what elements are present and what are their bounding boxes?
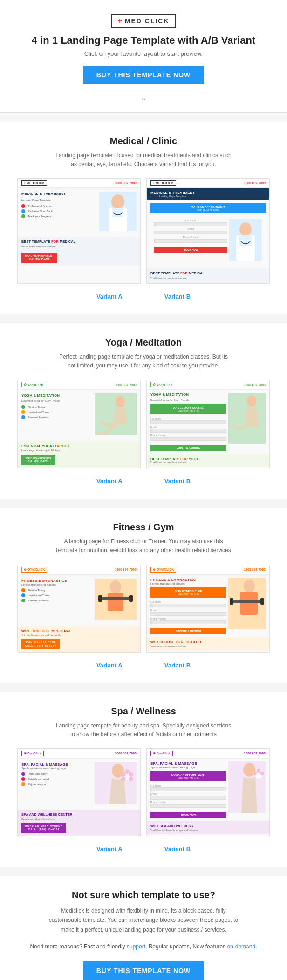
yoga-a-bottom: ESSENTIAL YOGA FOR YOU Learn Yoga course… [18, 441, 140, 468]
svg-point-31 [121, 772, 126, 777]
fitness-b-become-button[interactable]: BECOME A MEMBER [150, 628, 226, 634]
fitness-section-desc: A landing page for Fitness club or Train… [55, 537, 232, 555]
spa-b-bottom: WHY SPA AND WELNESS You'll feel the bene… [147, 821, 269, 834]
spa-variant-a-card[interactable]: ✾ SpaClick 1800 897 7000 SPA, FACIAL & M… [17, 748, 141, 836]
svg-point-37 [253, 772, 257, 775]
spa-b-book-button[interactable]: BOOK NOW [150, 812, 226, 818]
medical-variant-b-card[interactable]: + MEDICLICK 1800 897 7000 MEDICAL & TREA… [146, 178, 270, 284]
yoga-b-title: YOGA & MEDITATION [150, 393, 226, 397]
yoga-variant-a-card[interactable]: ✿ YogaClick 1800 897 7000 YOGA & MEDITAT… [17, 380, 141, 468]
yoga-logo-text: YogaClick [27, 383, 43, 387]
medical-b-phone: 1800 897 7000 [244, 181, 266, 185]
spa-a-bottom-text: Before and after effect of spa [21, 818, 137, 820]
yoga-b-leaf-icon: ✿ [153, 383, 156, 387]
form-field-email [154, 231, 227, 234]
spa-form-label-3: Phone Number [150, 801, 226, 804]
yoga-a-join-button[interactable]: JOIN 10 DAYS COURSECall: (800) 45-6789 [21, 455, 55, 465]
yoga-form-field-email [150, 429, 226, 433]
fitness-b-logo: ⊕ GYMCLICK [150, 567, 176, 573]
medical-a-appt-button[interactable]: MAKE AN APPOINTMENTCall: (800) 45-6789 [21, 253, 57, 263]
spa-feature-3: Rejuvenate you [21, 782, 92, 786]
spa-illustration-a [95, 762, 137, 804]
form-field-phone [154, 239, 227, 243]
medical-a-feature-2: Exclusive Blood Bank [21, 209, 96, 213]
svg-point-9 [116, 396, 125, 407]
medical-section-desc: Landing page template focused for medica… [55, 151, 232, 169]
medical-a-feature-3: Track your Progress [21, 214, 96, 218]
fitness-a-bottom-text: Join our fitness club and be healthy. [21, 634, 137, 637]
yoga-dot-2 [21, 410, 25, 414]
medical-a-phone: 1800 897 7000 [115, 181, 137, 185]
logo-text: MEDICLICK [125, 17, 170, 25]
spa-b-phone: 1800 897 7000 [244, 752, 266, 755]
yoga-section-desc: Perfect landing page template for yoga o… [55, 353, 232, 370]
spa-section-desc: Landing page tempate for beauty and spa.… [55, 721, 232, 739]
yoga-b-bottom-title: BEST TEMPLATE FOR YOGA [150, 457, 266, 461]
spa-preview-grid: ✾ SpaClick 1800 897 7000 SPA, FACIAL & M… [9, 748, 278, 836]
svg-rect-22 [230, 598, 233, 605]
support-link[interactable]: support [127, 943, 145, 950]
fitness-form-label-3: Phone Number [150, 617, 226, 620]
medical-b-appt-area: MAKE AN APPOINTMENT Call: (800) 45-6789 … [147, 200, 269, 268]
fitness-section-title: Fitness / Gym [9, 522, 278, 533]
medical-a-bottom-title: BEST TEMPLATE FOR MEDICAL [21, 240, 137, 244]
yoga-dot-3 [21, 415, 25, 419]
fitness-form-field-email [150, 612, 226, 616]
medical-a-title: MEDICAL & TREATMENT [21, 192, 96, 196]
svg-point-5 [239, 222, 252, 236]
yoga-a-subtitle: Essential Yoga for Busy People [21, 400, 92, 402]
medical-a-image [99, 192, 137, 233]
spa-a-card-header: ✾ SpaClick 1800 897 7000 [18, 749, 140, 759]
fitness-variant-b-label: Variant B [164, 662, 191, 669]
spa-variant-b-label: Variant B [164, 846, 191, 853]
spa-variant-b-card[interactable]: ✾ SpaClick 1800 897 7000 SPA, FACIAL & M… [146, 748, 270, 836]
logo: + MEDICLICK [111, 14, 176, 28]
svg-rect-17 [129, 595, 133, 602]
chevron-down-icon: ⌄ [9, 92, 278, 103]
svg-rect-15 [99, 597, 132, 600]
fitness-a-bottom: WHY FITNESS IS IMPORTNAT Join our fitnes… [18, 626, 140, 652]
fitness-dot-3 [21, 599, 25, 602]
medical-a-bottom-tagline: We love this template features. [21, 245, 137, 249]
svg-point-19 [244, 580, 255, 593]
fitness-form-label-1: Full Name [150, 600, 226, 603]
form-label-1: Full Name [154, 219, 227, 222]
doctor-illustration [99, 192, 137, 231]
fitness-variant-a-card[interactable]: ⊕ GYMCLICK 1800 897 7000 FITNESS & GYMNA… [17, 565, 141, 653]
fitness-a-phone: 1800 897 7000 [115, 568, 137, 571]
yoga-section: Yoga / Meditation Perfect landing page t… [0, 323, 287, 499]
yoga-b-join-phone: Call: (800) 45-6789 [154, 409, 223, 412]
yoga-b-phone: 1800 897 7000 [244, 383, 266, 387]
fitness-feature-1-text: Flexible Timing [28, 589, 45, 592]
svg-point-29 [129, 777, 133, 781]
svg-rect-14 [108, 593, 123, 611]
on-demand-link[interactable]: on-demand [227, 943, 255, 950]
medical-variant-a-card[interactable]: + MEDICLICK 1800 897 7000 MEDICAL & TREA… [17, 178, 141, 284]
fitness-variant-b-card[interactable]: ⊕ GYMCLICK 1800 897 7000 FITNESS & GYMNA… [146, 565, 270, 653]
yoga-a-bottom-text: Learn Yoga course in just 10 days [21, 449, 137, 453]
spa-feature-2: Refresh your mind [21, 777, 92, 781]
doctor-b-illustration [229, 219, 262, 261]
cta-buy-button[interactable]: BUY THIS TEMPLATE NOW [83, 961, 204, 980]
medical-a-logo: + MEDICLICK [21, 180, 47, 186]
yoga-variant-b-card[interactable]: ✿ YogaClick 1800 897 7000 YOGA & MEDITAT… [146, 380, 270, 468]
cta-description: Mediclick is designed with flexibility i… [46, 906, 241, 934]
feature-1-text: Professional Doctors [28, 205, 52, 207]
spa-form-field-name [150, 787, 226, 791]
medical-a-subtitle: Landing Page Template [21, 199, 96, 201]
medical-section-title: Medical / Clinic [9, 136, 278, 147]
medical-a-card-body: MEDICAL & TREATMENT Landing Page Templat… [18, 188, 140, 266]
spa-b-card-header: ✾ SpaClick 1800 897 7000 [147, 749, 269, 759]
spa-a-book-button[interactable]: BOOK AN APPOINTMENTCall: (800) 45-6789 [21, 823, 66, 833]
card-cross-icon: + [24, 181, 26, 185]
yoga-feature-2-text: Inspirational Tutors [28, 411, 49, 413]
header-cta-button[interactable]: BUY THIS TEMPLATE NOW [83, 66, 204, 84]
spa-b-content: SPA, FACIAL & MASSAGE Spa & wellness cen… [147, 759, 269, 821]
medical-b-book-button[interactable]: BOOK NOW [154, 247, 227, 253]
spa-b-image [228, 761, 266, 818]
fitness-a-join-button[interactable]: JOIN FITNESS CLUBCall: (800) 45-6789 [21, 639, 60, 649]
medical-variant-b-label: Variant B [164, 293, 191, 300]
spa-a-logo-text: SpaClick [27, 752, 41, 755]
spa-a-bottom-title: SPA AND WELLNESS CENTER [21, 813, 137, 817]
yoga-b-course-button[interactable]: JOIN THE COURSE [150, 445, 226, 451]
